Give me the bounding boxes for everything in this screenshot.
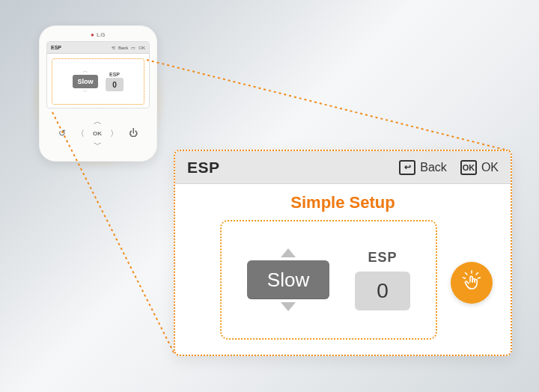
tap-gesture-badge [451, 262, 493, 304]
esp-settings-panel: ESP ↩ Back OK OK Simple Setup Slow ESP 0 [174, 150, 512, 356]
svg-line-4 [476, 273, 478, 275]
header-actions: ↩ Back OK OK [399, 160, 499, 175]
back-hw-icon[interactable]: ↺ [58, 128, 66, 138]
chevron-up-icon: ︿ [82, 68, 88, 74]
mini-esp-column: ESP 0 [106, 72, 124, 91]
svg-line-6 [478, 278, 481, 278]
section-subtitle: Simple Setup [190, 193, 496, 212]
svg-line-1 [147, 60, 511, 151]
power-hw-icon[interactable]: ⏻ [129, 128, 138, 138]
ok-button[interactable]: OK OK [460, 160, 499, 175]
mini-body: ︿ Slow ﹀ ESP 0 [47, 54, 149, 108]
mini-back-icon: ⟲ [112, 45, 115, 50]
mini-highlight-box [52, 58, 144, 105]
ok-icon: OK [460, 160, 477, 175]
setup-highlight-box: Slow ESP 0 [220, 220, 437, 340]
brand-logo: ● LG [46, 31, 150, 38]
mini-speed-value: Slow [73, 75, 98, 88]
brand-text: LG [97, 31, 106, 38]
speed-up-button[interactable] [281, 248, 296, 257]
dpad[interactable]: ︿ ﹀ 〈 〉 OK [75, 116, 120, 150]
speed-value[interactable]: Slow [247, 260, 329, 299]
dpad-left-icon[interactable]: 〈 [76, 128, 85, 139]
mini-ok-icon: ▭ [131, 45, 135, 50]
mini-header-actions: ⟲Back ▭OK [112, 45, 145, 50]
panel-body: Simple Setup Slow ESP 0 [175, 184, 511, 356]
mini-esp-value: 0 [106, 78, 124, 91]
dpad-right-icon[interactable]: 〉 [110, 128, 118, 139]
mini-title: ESP [51, 45, 61, 50]
dpad-up-icon[interactable]: ︿ [94, 116, 102, 127]
tap-hand-icon [459, 270, 484, 295]
mini-speed-column: ︿ Slow ﹀ [73, 68, 98, 95]
speed-column: Slow [247, 248, 329, 311]
device-screen: ESP ⟲Back ▭OK ︿ Slow ﹀ ESP 0 [46, 41, 150, 108]
svg-line-5 [463, 278, 466, 278]
back-icon: ↩ [399, 160, 415, 175]
panel-header: ESP ↩ Back OK OK [175, 151, 511, 184]
esp-value[interactable]: 0 [355, 272, 410, 310]
mini-ok-label: OK [138, 46, 145, 50]
ok-label: OK [481, 161, 499, 174]
back-button[interactable]: ↩ Back [399, 160, 447, 175]
thermostat-device: ● LG ESP ⟲Back ▭OK ︿ Slow ﹀ ESP 0 ↺ ︿ ﹀ [39, 25, 157, 162]
speed-down-button[interactable] [281, 302, 296, 311]
mini-esp-label: ESP [109, 72, 120, 77]
chevron-down-icon: ﹀ [82, 89, 88, 95]
hardware-keys: ↺ ︿ ﹀ 〈 〉 OK ⏻ [46, 116, 150, 150]
esp-column: ESP 0 [355, 250, 410, 310]
back-label: Back [420, 161, 447, 174]
esp-label: ESP [368, 250, 397, 266]
dpad-down-icon[interactable]: ﹀ [94, 139, 102, 150]
dpad-ok-button[interactable]: OK [93, 130, 102, 137]
mini-header: ESP ⟲Back ▭OK [47, 42, 149, 54]
panel-title: ESP [187, 159, 220, 177]
mini-back-label: Back [118, 46, 128, 50]
svg-line-3 [466, 273, 468, 275]
